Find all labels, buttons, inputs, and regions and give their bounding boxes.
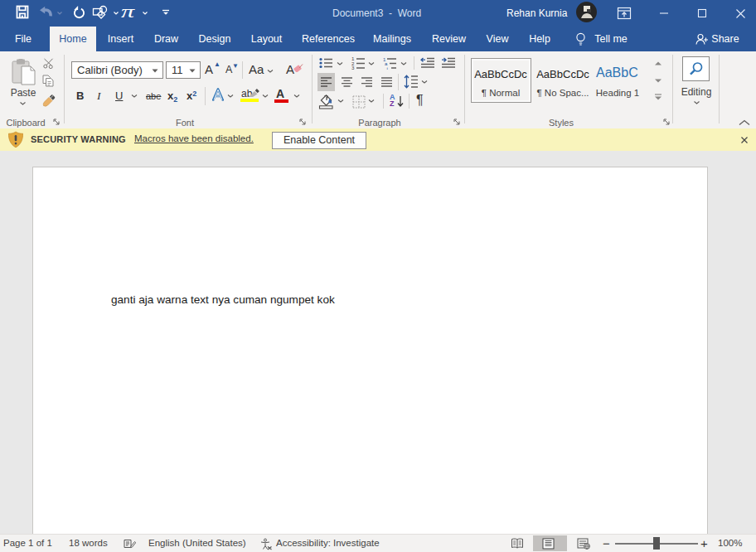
svg-text:3: 3 bbox=[351, 65, 355, 70]
svg-text:i: i bbox=[387, 66, 388, 70]
